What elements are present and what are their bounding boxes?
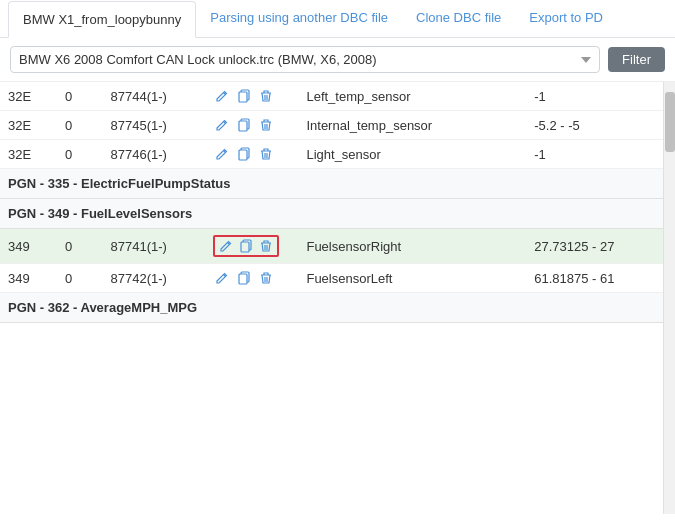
filter-button[interactable]: Filter (608, 47, 665, 72)
tab-bmw-label: BMW X1_from_loopybunny (23, 12, 181, 27)
cell-num: 0 (57, 229, 103, 264)
section-header-electric: PGN - 335 - ElectricFuelPumpStatus (0, 169, 663, 199)
cell-value: -5.2 - -5 (526, 111, 663, 140)
cell-id: 349 (0, 229, 57, 264)
svg-rect-5 (239, 150, 247, 160)
cell-actions (205, 264, 298, 293)
tab-bar: BMW X1_from_loopybunny Parsing using ano… (0, 0, 675, 38)
cell-name: Left_temp_sensor (298, 82, 526, 111)
edit-icon[interactable] (213, 270, 231, 286)
cell-code: 87744(1-) (103, 82, 206, 111)
cell-value: -1 (526, 82, 663, 111)
action-icons (213, 117, 290, 133)
cell-code: 87741(1-) (103, 229, 206, 264)
section-header-label: PGN - 362 - AverageMPH_MPG (0, 293, 663, 323)
action-icons (213, 146, 290, 162)
scrollbar[interactable] (663, 82, 675, 514)
svg-rect-3 (239, 121, 247, 131)
table-row: 32E 0 87746(1-) (0, 140, 663, 169)
cell-code: 87746(1-) (103, 140, 206, 169)
tab-bmw[interactable]: BMW X1_from_loopybunny (8, 1, 196, 38)
cell-num: 0 (57, 140, 103, 169)
table-container: 32E 0 87744(1-) (0, 82, 663, 514)
cell-actions (205, 140, 298, 169)
action-icons (213, 270, 290, 286)
cell-num: 0 (57, 111, 103, 140)
action-icons (213, 88, 290, 104)
cell-code: 87742(1-) (103, 264, 206, 293)
cell-id: 32E (0, 111, 57, 140)
red-border-actions (213, 235, 279, 257)
edit-icon[interactable] (213, 88, 231, 104)
table-row: 32E 0 87745(1-) (0, 111, 663, 140)
cell-name: Internal_temp_sensor (298, 111, 526, 140)
cell-id: 32E (0, 140, 57, 169)
content-area: 32E 0 87744(1-) (0, 82, 675, 514)
svg-rect-7 (241, 242, 249, 252)
tab-parsing[interactable]: Parsing using another DBC file (196, 0, 402, 37)
cell-value: 27.73125 - 27 (526, 229, 663, 264)
edit-icon[interactable] (217, 238, 235, 254)
section-header-label: PGN - 349 - FuelLevelSensors (0, 199, 663, 229)
section-header-mpg: PGN - 362 - AverageMPH_MPG (0, 293, 663, 323)
section-header-label: PGN - 335 - ElectricFuelPumpStatus (0, 169, 663, 199)
cell-value: 61.81875 - 61 (526, 264, 663, 293)
cell-actions (205, 111, 298, 140)
file-select[interactable]: BMW X6 2008 Comfort CAN Lock unlock.trc … (10, 46, 600, 73)
tab-export-label: Export to PD (529, 10, 603, 25)
section-header-fuel: PGN - 349 - FuelLevelSensors (0, 199, 663, 229)
cell-name: FuelsensorRight (298, 229, 526, 264)
cell-name: Light_sensor (298, 140, 526, 169)
toolbar: BMW X6 2008 Comfort CAN Lock unlock.trc … (0, 38, 675, 82)
delete-icon[interactable] (257, 117, 275, 133)
cell-code: 87745(1-) (103, 111, 206, 140)
delete-icon[interactable] (257, 88, 275, 104)
edit-icon[interactable] (213, 117, 231, 133)
copy-icon[interactable] (235, 117, 253, 133)
copy-icon[interactable] (235, 88, 253, 104)
svg-rect-9 (239, 274, 247, 284)
table-row-highlighted: 349 0 87741(1-) (0, 229, 663, 264)
tab-parsing-label: Parsing using another DBC file (210, 10, 388, 25)
delete-icon[interactable] (257, 270, 275, 286)
cell-actions (205, 82, 298, 111)
data-table: 32E 0 87744(1-) (0, 82, 663, 323)
delete-icon[interactable] (257, 146, 275, 162)
cell-num: 0 (57, 264, 103, 293)
svg-rect-1 (239, 92, 247, 102)
copy-icon[interactable] (237, 238, 255, 254)
tab-export[interactable]: Export to PD (515, 0, 617, 37)
cell-num: 0 (57, 82, 103, 111)
scroll-thumb[interactable] (665, 92, 675, 152)
edit-icon[interactable] (213, 146, 231, 162)
tab-clone-label: Clone DBC file (416, 10, 501, 25)
copy-icon[interactable] (235, 146, 253, 162)
cell-value: -1 (526, 140, 663, 169)
cell-id: 32E (0, 82, 57, 111)
table-row: 32E 0 87744(1-) (0, 82, 663, 111)
delete-icon[interactable] (257, 238, 275, 254)
cell-name: FuelsensorLeft (298, 264, 526, 293)
tab-clone[interactable]: Clone DBC file (402, 0, 515, 37)
filter-label: Filter (622, 52, 651, 67)
cell-actions (205, 229, 298, 264)
cell-id: 349 (0, 264, 57, 293)
copy-icon[interactable] (235, 270, 253, 286)
table-row: 349 0 87742(1-) (0, 264, 663, 293)
